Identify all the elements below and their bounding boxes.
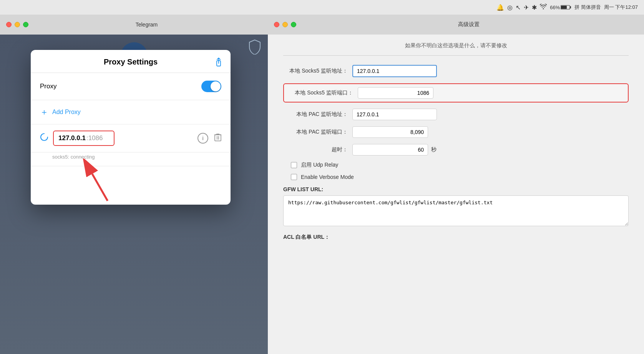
main-area: Telegram Proxy Settings — [0, 15, 644, 354]
datetime-label: 周一 下午12:07 — [604, 4, 638, 11]
udp-relay-checkbox[interactable] — [291, 162, 297, 168]
adv-tl-green[interactable] — [291, 22, 296, 27]
location-icon: ◎ — [507, 4, 513, 11]
arrow-annotation — [31, 166, 231, 205]
telegram-window: Telegram Proxy Settings — [0, 15, 268, 354]
bluetooth-icon: ✱ — [532, 4, 537, 11]
battery-display: 66% — [550, 5, 571, 10]
proxy-info-button[interactable]: i — [198, 133, 208, 144]
acl-label: ACL 白名单 URL： — [283, 234, 629, 241]
proxy-toggle[interactable] — [201, 81, 221, 92]
pac-addr-label: 本地 PAC 监听地址： — [283, 111, 352, 118]
proxy-address-box: 127.0.0.1 :1086 — [53, 131, 115, 146]
socks5-port-input[interactable] — [358, 87, 433, 99]
svg-rect-4 — [215, 135, 221, 141]
proxy-panel: Proxy Settings Proxy ＋ — [31, 50, 231, 205]
udp-relay-label: 启用 Udp Relay — [301, 162, 338, 169]
advanced-title: 高级设置 — [299, 21, 638, 28]
tl-yellow[interactable] — [15, 22, 20, 27]
bell-icon: 🔔 — [496, 4, 504, 11]
proxy-header: Proxy Settings — [31, 50, 231, 73]
proxy-address: 127.0.0.1 — [58, 134, 86, 142]
timeout-input[interactable] — [352, 144, 428, 155]
proxy-port: :1086 — [86, 134, 103, 142]
shield-icon — [248, 39, 262, 56]
menubar-right-items: 🔔 ◎ ↖ ✈ ✱ 66% 拼 简体拼音 周一 下午12:07 — [496, 4, 638, 11]
verbose-checkbox[interactable] — [291, 174, 297, 180]
proxy-toggle-row: Proxy — [31, 73, 231, 100]
svg-rect-2 — [570, 6, 571, 8]
adv-tl-yellow[interactable] — [282, 22, 288, 27]
pac-addr-row: 本地 PAC 监听地址： — [283, 109, 629, 120]
menubar: 🔔 ◎ ↖ ✈ ✱ 66% 拼 简体拼音 周一 下午12:07 — [0, 0, 644, 15]
gfw-section: GFW LIST URL: https://raw.githubusercont… — [283, 186, 629, 228]
cursor-icon: ↖ — [516, 4, 521, 11]
telegram-titlebar: Telegram — [0, 15, 268, 35]
timeout-row: 超时： 秒 — [283, 144, 629, 155]
add-proxy-button[interactable]: ＋ Add Proxy — [31, 100, 231, 124]
advanced-warning: 如果你不明白这些选项是什么，请不要修改 — [283, 42, 629, 56]
telegram-body: Proxy Settings Proxy ＋ — [0, 35, 268, 354]
gfw-list-input[interactable]: https://raw.githubusercontent.com/gfwlis… — [283, 195, 629, 226]
socks5-port-highlighted-row: 本地 Socks5 监听端口： — [283, 83, 629, 103]
telegram-title: Telegram — [32, 22, 262, 28]
proxy-delete-button[interactable] — [214, 133, 221, 144]
udp-relay-row: 启用 Udp Relay — [283, 162, 629, 169]
proxy-connecting-icon — [40, 133, 48, 144]
verbose-row: Enable Verbose Mode — [283, 174, 629, 180]
proxy-label: Proxy — [40, 83, 56, 90]
proxy-actions: i — [198, 133, 221, 144]
proxy-title: Proxy Settings — [104, 58, 158, 66]
advanced-titlebar: 高级设置 — [268, 15, 644, 35]
tl-red[interactable] — [6, 22, 12, 27]
timeout-unit: 秒 — [431, 146, 437, 153]
wifi-icon — [540, 4, 547, 11]
acl-section: ACL 白名单 URL： — [283, 234, 629, 241]
socks5-addr-input[interactable] — [352, 65, 437, 77]
ime-label: 拼 简体拼音 — [574, 4, 601, 11]
gfw-list-label: GFW LIST URL: — [283, 186, 629, 192]
advanced-body: 如果你不明白这些选项是什么，请不要修改 本地 Socks5 监听地址： 本地 S… — [268, 35, 644, 354]
pac-port-input[interactable] — [352, 126, 428, 138]
tl-green[interactable] — [23, 22, 28, 27]
svg-rect-1 — [561, 6, 567, 9]
toggle-knob — [211, 81, 221, 91]
pac-addr-input[interactable] — [352, 109, 437, 120]
add-proxy-icon: ＋ — [40, 106, 48, 118]
socks5-addr-label: 本地 Socks5 监听地址： — [283, 68, 352, 74]
proxy-share-button[interactable] — [214, 58, 223, 70]
verbose-label: Enable Verbose Mode — [301, 174, 354, 180]
advanced-window: 高级设置 如果你不明白这些选项是什么，请不要修改 本地 Socks5 监听地址：… — [268, 15, 644, 354]
adv-tl-red[interactable] — [274, 22, 279, 27]
pac-port-label: 本地 PAC 监听端口： — [283, 129, 352, 136]
socks5-port-label: 本地 Socks5 监听端口： — [289, 89, 358, 96]
pac-port-row: 本地 PAC 监听端口： — [283, 126, 629, 138]
send-icon: ✈ — [524, 4, 529, 11]
proxy-item[interactable]: 127.0.0.1 :1086 i — [31, 124, 231, 152]
timeout-label: 超时： — [283, 146, 352, 153]
socks5-addr-row: 本地 Socks5 监听地址： — [283, 65, 629, 77]
add-proxy-label: Add Proxy — [52, 109, 81, 116]
